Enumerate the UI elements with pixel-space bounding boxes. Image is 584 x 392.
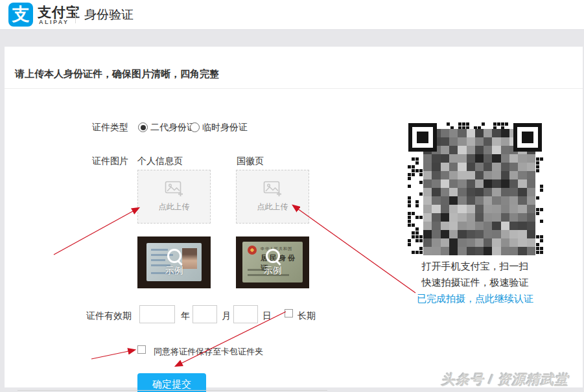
validity-year-input[interactable]: [139, 305, 175, 323]
radio-second-gen-id[interactable]: [138, 122, 148, 132]
continue-verification-link[interactable]: 已完成拍摄，点此继续认证: [400, 290, 550, 306]
validity-label: 证件有效期: [86, 310, 132, 322]
example-text: 示例: [165, 265, 183, 277]
page-title: 身份验证: [84, 6, 134, 23]
upload-back-text: 点此上传: [257, 202, 288, 213]
qr-caption: 打开手机支付宝，扫一扫 快速拍摄证件，极速验证 已完成拍摄，点此继续认证: [400, 258, 550, 306]
year-suffix: 年: [181, 310, 190, 322]
section-divider: [18, 390, 327, 391]
agreement-label[interactable]: 同意将证件保存至卡包证件夹: [154, 346, 263, 358]
upload-front-box[interactable]: 点此上传: [137, 170, 211, 224]
day-suffix: 日: [263, 310, 272, 322]
front-page-label: 个人信息页: [137, 156, 183, 167]
example-back-card[interactable]: 中华人民共和国 居民身份证 示例: [236, 236, 309, 288]
logo-glyph: 支: [12, 5, 30, 24]
watermark: 头条号 / 资源精武堂: [441, 371, 569, 389]
doc-image-label: 证件图片: [92, 156, 128, 167]
example-text: 示例: [264, 265, 282, 277]
doc-type-label: 证件类型: [92, 122, 128, 133]
agreement-checkbox[interactable]: [137, 345, 146, 354]
magnifier-icon: [167, 249, 181, 263]
submit-button[interactable]: 确定提交: [137, 373, 206, 392]
longterm-checkbox[interactable]: [285, 309, 293, 317]
month-suffix: 月: [222, 310, 231, 322]
title-divider: [5, 88, 583, 89]
upload-front-text: 点此上传: [159, 202, 190, 213]
qr-caption-line2: 快速拍摄证件，极速验证: [400, 274, 550, 290]
header-divider: [75, 6, 76, 23]
example-overlay: 示例: [137, 236, 211, 288]
validity-month-input[interactable]: [193, 305, 217, 323]
qr-caption-line1: 打开手机支付宝，扫一扫: [400, 258, 550, 274]
radio-temp-id[interactable]: [190, 122, 200, 132]
example-front-card[interactable]: 示例: [137, 236, 211, 288]
app-header: 支 支付宝 ALIPAY 身份验证: [0, 0, 584, 30]
upload-back-box[interactable]: 点此上传: [236, 170, 309, 224]
qr-code: [406, 121, 544, 255]
magnifier-icon: [266, 249, 280, 263]
image-plus-icon: [263, 181, 283, 198]
brand-name-en: ALIPAY: [39, 19, 69, 25]
page: 支 支付宝 ALIPAY 身份验证 请上传本人身份证件，确保图片清晰，四角完整 …: [0, 0, 584, 392]
back-page-label: 国徽页: [237, 156, 264, 167]
image-plus-icon: [165, 181, 184, 198]
radio-temp-id-label[interactable]: 临时身份证: [202, 122, 248, 133]
upload-instruction-title: 请上传本人身份证件，确保图片清晰，四角完整: [15, 68, 219, 80]
validity-day-input[interactable]: [233, 305, 258, 323]
radio-second-gen-id-label[interactable]: 二代身份证: [150, 122, 196, 133]
longterm-label[interactable]: 长期: [298, 310, 316, 322]
alipay-logo-icon: 支: [8, 3, 33, 27]
example-overlay: 示例: [236, 236, 309, 288]
